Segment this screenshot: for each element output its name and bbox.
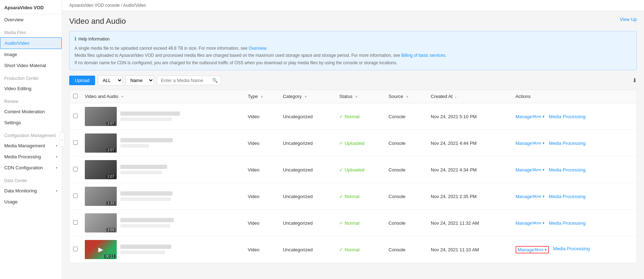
content-area: Video and Audio View Up ℹ Help Informati… [62,11,644,279]
search-wrapper: 🔍 [157,76,221,85]
manage-link[interactable]: Manage [516,141,532,146]
row-status-cell: ✓Uploaded [336,130,385,157]
sidebar-item-settings[interactable]: Settings [0,117,62,128]
manage-more-button[interactable]: Manage More ▾ [516,167,545,173]
media-processing-button[interactable]: Media Processing [549,220,585,226]
chevron-down-icon: ▾ [56,144,57,148]
manage-link[interactable]: Manage [516,114,532,119]
sidebar-item-audio-video[interactable]: Audio/Video [0,37,62,49]
manage-more-button[interactable]: Manage More ▾ [516,220,545,226]
sidebar-logo: ApsaraVideo VOD [0,0,62,14]
manage-link[interactable]: Manage [516,220,532,226]
th-source: Source ▼ [385,90,427,103]
sidebar-item-video-editing[interactable]: Video Editing [0,83,62,94]
row-name-cell: 2:07 [81,103,244,130]
search-input[interactable] [157,76,221,85]
manage-more-button[interactable]: Manage More ▾ [516,246,549,253]
row-actions-cell: Manage More ▾Media Processing [512,210,637,236]
row-checkbox[interactable] [73,220,78,225]
status-badge: ✓Normal [339,194,381,199]
sidebar-item-image[interactable]: Image [0,49,62,60]
sidebar-item-media-management[interactable]: Media Management ▾ [0,140,62,151]
row-checkbox[interactable] [73,114,78,118]
filter-icon[interactable]: ▼ [260,95,264,99]
row-checkbox[interactable] [73,140,78,145]
row-source-cell: Console [385,183,427,210]
manage-more-text: More ▾ [533,141,545,146]
video-sub-text [120,251,165,254]
row-actions-cell: Manage More ▾Media Processing [512,103,637,130]
sidebar-item-data-monitoring[interactable]: Data Monitoring ▾ [0,185,62,196]
row-checkbox[interactable] [73,247,78,251]
row-name-cell: 3:59 [81,210,244,236]
view-up-link[interactable]: View Up [620,17,637,22]
manage-more-text: More ▾ [535,247,547,252]
row-category-cell: Uncategorized [279,236,336,263]
sidebar-item-overview[interactable]: Overview [0,14,62,25]
video-thumbnail[interactable]: 2:07 [85,107,117,126]
media-processing-button[interactable]: Media Processing [549,114,585,119]
media-processing-button[interactable]: Media Processing [549,141,585,146]
video-name-block [120,111,180,121]
upload-button[interactable]: Upload [69,76,95,85]
video-thumbnail[interactable]: 2:07 [85,133,117,153]
video-thumbnail[interactable]: ▶00:11 [85,240,117,259]
media-processing-button[interactable]: Media Processing [553,246,590,251]
table-row: 1:33VideoUncategorized✓NormalConsoleNov … [70,183,637,210]
sidebar-collapse-button[interactable]: ‹ [60,132,65,147]
sidebar-item-short-video[interactable]: Short Video Material [0,60,62,71]
th-status: Status ▼ [336,90,385,103]
manage-link[interactable]: Manage [516,167,532,173]
actions-container: Manage More ▾Media Processing [516,246,633,253]
page-header: Video and Audio View Up [69,17,637,26]
video-name-block [120,138,173,148]
status-text: Normal [345,247,359,252]
manage-more-text: More ▾ [533,114,545,119]
name-select[interactable]: Name [126,75,154,86]
help-link-billing[interactable]: Billing of basic services [401,53,445,58]
row-checkbox-cell [70,130,81,157]
sidebar-section-review: Review [0,94,62,106]
status-badge: ✓Uploaded [339,167,381,173]
video-thumbnail[interactable]: 2:07 [85,160,117,179]
help-line-3: If no domain name for CDN is configured,… [75,59,632,66]
sidebar: ApsaraVideo VOD Overview Media Files Aud… [0,0,62,279]
row-checkbox[interactable] [73,193,78,198]
video-sub-text [120,224,170,228]
manage-link[interactable]: Manage [516,194,532,199]
filter-icon[interactable]: ▼ [355,95,358,99]
row-source-cell: Console [385,210,427,236]
filter-icon[interactable]: ▼ [121,95,124,99]
filter-icon[interactable]: ▼ [304,95,308,99]
chevron-down-icon: ▾ [56,189,57,193]
manage-more-button[interactable]: Manage More ▾ [516,114,545,119]
sidebar-item-media-processing[interactable]: Media Processing ▾ [0,151,62,162]
sidebar-item-content-moderation[interactable]: Content Moderation [0,106,62,117]
help-link-overview[interactable]: Overview [249,46,266,51]
row-checkbox[interactable] [73,167,78,171]
row-type-cell: Video [244,157,279,183]
row-created-at-cell: Nov 24, 2021 11:32 AM [427,210,512,236]
sidebar-section-config: Configuration Management [0,128,62,140]
manage-more-button[interactable]: Manage More ▾ [516,194,545,199]
filter-icon[interactable]: ▼ [406,95,409,99]
row-category-cell: Uncategorized [279,130,336,157]
actions-container: Manage More ▾Media Processing [516,194,633,199]
sort-icon[interactable]: ↓ [455,95,457,99]
video-thumbnail[interactable]: 1:33 [85,187,117,206]
media-processing-button[interactable]: Media Processing [549,194,585,199]
sidebar-item-cdn-configuration[interactable]: CDN Configuration ▾ [0,162,62,173]
filter-select[interactable]: ALL [98,75,123,86]
status-text: Normal [345,220,359,226]
main-content: ApsaraVideo VOD console / Audio/Video Vi… [62,0,644,279]
video-name-block [120,165,167,174]
video-thumbnail[interactable]: 3:59 [85,213,117,232]
sidebar-item-usage[interactable]: Usage [0,196,62,207]
manage-link[interactable]: Manage [518,247,534,252]
manage-more-button[interactable]: Manage More ▾ [516,141,545,146]
select-all-checkbox[interactable] [73,94,78,98]
download-icon[interactable]: ⬇ [632,77,637,84]
breadcrumb-parent[interactable]: ApsaraVideo VOD console [69,3,120,8]
row-category-cell: Uncategorized [279,183,336,210]
media-processing-button[interactable]: Media Processing [549,167,585,173]
